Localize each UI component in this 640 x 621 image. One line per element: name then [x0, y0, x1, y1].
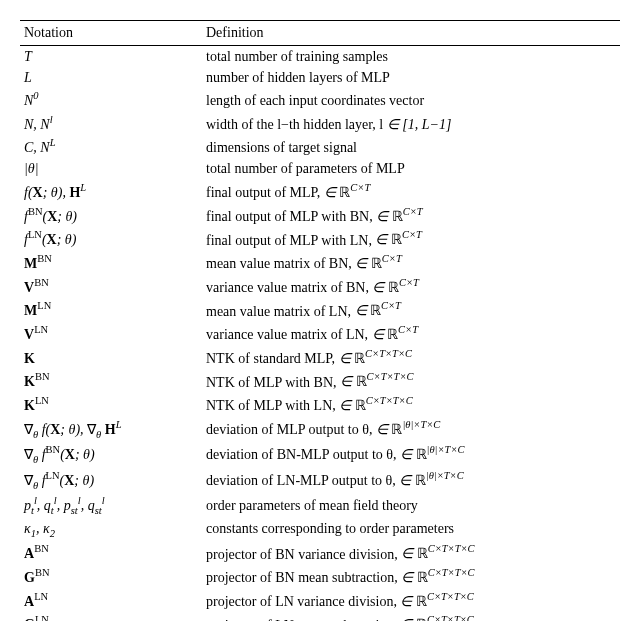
table-row: ∇θ fLN(X; θ)deviation of LN-MLP output t…	[20, 467, 620, 492]
cell-definition: final output of MLP with LN, ∈ ℝC×T	[202, 227, 620, 251]
cell-notation: N, Nl	[20, 112, 202, 136]
table-row: N0length of each input coordinates vecto…	[20, 88, 620, 112]
cell-notation: ∇θ f(X; θ), ∇θ HL	[20, 417, 202, 442]
header-notation: Notation	[20, 21, 202, 46]
table-row: fBN(X; θ)final output of MLP with BN, ∈ …	[20, 204, 620, 228]
table-row: κ1, κ2constants corresponding to order p…	[20, 518, 620, 541]
table-row: KLNNTK of MLP with LN, ∈ ℝC×T×T×C	[20, 393, 620, 417]
table-row: Ttotal number of training samples	[20, 46, 620, 68]
cell-definition: mean value matrix of BN, ∈ ℝC×T	[202, 251, 620, 275]
table-row: f(X; θ), HLfinal output of MLP, ∈ ℝC×T	[20, 180, 620, 204]
cell-notation: K	[20, 346, 202, 370]
cell-notation: GBN	[20, 565, 202, 589]
cell-notation: |θ|	[20, 159, 202, 180]
cell-definition: total number of training samples	[202, 46, 620, 68]
table-row: ALNprojector of LN variance division, ∈ …	[20, 588, 620, 612]
cell-notation: VBN	[20, 275, 202, 299]
cell-definition: number of hidden layers of MLP	[202, 67, 620, 88]
table-row: N, Nlwidth of the l−th hidden layer, l ∈…	[20, 112, 620, 136]
cell-definition: deviation of MLP output to θ, ∈ ℝ|θ|×T×C	[202, 417, 620, 442]
cell-definition: projector of BN variance division, ∈ ℝC×…	[202, 541, 620, 565]
cell-definition: NTK of MLP with BN, ∈ ℝC×T×T×C	[202, 369, 620, 393]
cell-definition: mean value matrix of LN, ∈ ℝC×T	[202, 298, 620, 322]
cell-definition: length of each input coordinates vector	[202, 88, 620, 112]
table-row: GBNprojector of BN mean subtraction, ∈ ℝ…	[20, 565, 620, 589]
cell-definition: NTK of standard MLP, ∈ ℝC×T×T×C	[202, 346, 620, 370]
table-row: ptl, qtl, pstl, qstlorder parameters of …	[20, 493, 620, 518]
table-row: VLNvariance value matrix of LN, ∈ ℝC×T	[20, 322, 620, 346]
table-row: VBNvariance value matrix of BN, ∈ ℝC×T	[20, 275, 620, 299]
cell-notation: ∇θ fBN(X; θ)	[20, 442, 202, 467]
table-row: ABNprojector of BN variance division, ∈ …	[20, 541, 620, 565]
table-row: C, NLdimensions of target signal	[20, 135, 620, 159]
cell-definition: variance value matrix of LN, ∈ ℝC×T	[202, 322, 620, 346]
cell-notation: κ1, κ2	[20, 518, 202, 541]
table-row: fLN(X; θ)final output of MLP with LN, ∈ …	[20, 227, 620, 251]
cell-definition: deviation of LN-MLP output to θ, ∈ ℝ|θ|×…	[202, 467, 620, 492]
cell-definition: final output of MLP, ∈ ℝC×T	[202, 180, 620, 204]
cell-definition: deviation of BN-MLP output to θ, ∈ ℝ|θ|×…	[202, 442, 620, 467]
cell-notation: C, NL	[20, 135, 202, 159]
cell-notation: KBN	[20, 369, 202, 393]
table-body: Ttotal number of training samplesLnumber…	[20, 46, 620, 622]
cell-notation: fBN(X; θ)	[20, 204, 202, 228]
cell-notation: MLN	[20, 298, 202, 322]
cell-notation: MBN	[20, 251, 202, 275]
table-row: MLNmean value matrix of LN, ∈ ℝC×T	[20, 298, 620, 322]
cell-definition: dimensions of target signal	[202, 135, 620, 159]
table-row: ∇θ fBN(X; θ)deviation of BN-MLP output t…	[20, 442, 620, 467]
table-row: ∇θ f(X; θ), ∇θ HLdeviation of MLP output…	[20, 417, 620, 442]
cell-definition: final output of MLP with BN, ∈ ℝC×T	[202, 204, 620, 228]
table-row: Lnumber of hidden layers of MLP	[20, 67, 620, 88]
table-row: KBNNTK of MLP with BN, ∈ ℝC×T×T×C	[20, 369, 620, 393]
table-header-row: Notation Definition	[20, 21, 620, 46]
cell-definition: projector of BN mean subtraction, ∈ ℝC×T…	[202, 565, 620, 589]
cell-notation: GLN	[20, 612, 202, 621]
cell-notation: ALN	[20, 588, 202, 612]
cell-notation: N0	[20, 88, 202, 112]
cell-notation: f(X; θ), HL	[20, 180, 202, 204]
table-row: GLNprojector of LN mean subtraction, ∈ ℝ…	[20, 612, 620, 621]
cell-notation: VLN	[20, 322, 202, 346]
cell-notation: KLN	[20, 393, 202, 417]
table-row: MBNmean value matrix of BN, ∈ ℝC×T	[20, 251, 620, 275]
cell-notation: T	[20, 46, 202, 68]
cell-notation: ABN	[20, 541, 202, 565]
cell-notation: ptl, qtl, pstl, qstl	[20, 493, 202, 518]
cell-notation: fLN(X; θ)	[20, 227, 202, 251]
cell-notation: L	[20, 67, 202, 88]
table-row: |θ|total number of parameters of MLP	[20, 159, 620, 180]
cell-definition: order parameters of mean field theory	[202, 493, 620, 518]
cell-definition: width of the l−th hidden layer, l ∈ [1, …	[202, 112, 620, 136]
table-row: KNTK of standard MLP, ∈ ℝC×T×T×C	[20, 346, 620, 370]
cell-definition: total number of parameters of MLP	[202, 159, 620, 180]
cell-definition: NTK of MLP with LN, ∈ ℝC×T×T×C	[202, 393, 620, 417]
cell-definition: variance value matrix of BN, ∈ ℝC×T	[202, 275, 620, 299]
cell-definition: projector of LN variance division, ∈ ℝC×…	[202, 588, 620, 612]
header-definition: Definition	[202, 21, 620, 46]
notation-table: Notation Definition Ttotal number of tra…	[20, 20, 620, 621]
cell-definition: projector of LN mean subtraction, ∈ ℝC×T…	[202, 612, 620, 621]
cell-definition: constants corresponding to order paramet…	[202, 518, 620, 541]
cell-notation: ∇θ fLN(X; θ)	[20, 467, 202, 492]
